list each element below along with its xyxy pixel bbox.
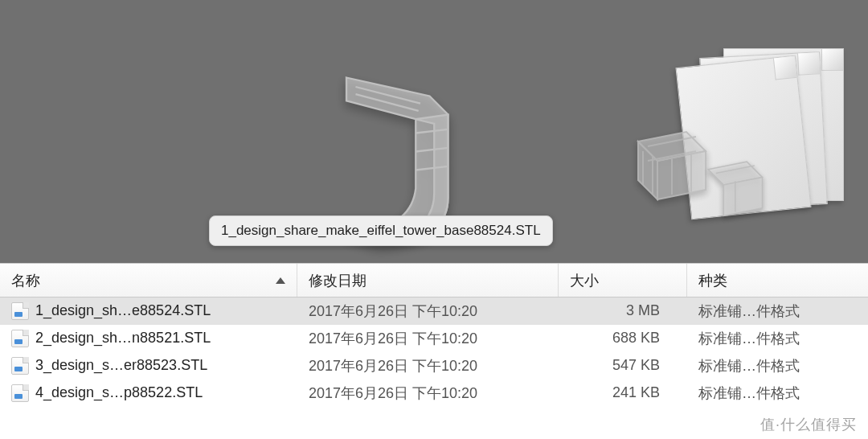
file-name-text: 2_design_sh…n88521.STL — [35, 330, 211, 347]
column-header-kind-label: 种类 — [698, 271, 727, 290]
cell-date: 2017年6月26日 下午10:20 — [297, 302, 559, 321]
cell-kind: 标准铺…件格式 — [687, 356, 868, 375]
column-header-name-label: 名称 — [11, 271, 40, 290]
file-name-text: 4_design_s…p88522.STL — [35, 384, 203, 401]
stl-file-icon — [11, 384, 29, 402]
stl-file-icon — [11, 330, 29, 347]
model-stack — [659, 40, 852, 233]
cell-name: 1_design_sh…e88524.STL — [0, 302, 297, 320]
column-header-date[interactable]: 修改日期 — [297, 264, 559, 297]
table-row[interactable]: 1_design_sh…e88524.STL2017年6月26日 下午10:20… — [0, 297, 868, 325]
sort-ascending-icon — [276, 277, 285, 284]
file-name-text: 3_design_s…er88523.STL — [35, 357, 207, 374]
cell-date: 2017年6月26日 下午10:20 — [297, 356, 559, 375]
cell-name: 3_design_s…er88523.STL — [0, 357, 297, 375]
file-rows-container: 1_design_sh…e88524.STL2017年6月26日 下午10:20… — [0, 297, 868, 407]
cell-date: 2017年6月26日 下午10:20 — [297, 384, 559, 403]
column-header-size-label: 大小 — [570, 271, 599, 290]
cell-kind: 标准铺…件格式 — [687, 384, 868, 403]
stl-file-icon — [11, 302, 29, 320]
column-header-size[interactable]: 大小 — [559, 264, 687, 297]
column-header-date-label: 修改日期 — [309, 271, 366, 290]
preview-pane[interactable]: 1_design_share_make_eiffel_tower_base885… — [0, 0, 868, 263]
stacked-file-icon — [675, 55, 811, 220]
cell-name: 4_design_s…p88522.STL — [0, 384, 297, 402]
file-list-pane: 名称 修改日期 大小 种类 1_design_sh…e88524.STL2017… — [0, 263, 868, 439]
file-name-text: 1_design_sh…e88524.STL — [35, 302, 211, 319]
stl-file-icon — [11, 357, 29, 375]
cell-kind: 标准铺…件格式 — [687, 302, 868, 321]
cell-size: 241 KB — [559, 384, 687, 401]
cell-date: 2017年6月26日 下午10:20 — [297, 329, 559, 348]
cell-size: 547 KB — [559, 357, 687, 374]
watermark-text: 值·什么值得买 — [760, 415, 857, 434]
column-header-kind[interactable]: 种类 — [687, 264, 868, 297]
table-row[interactable]: 2_design_sh…n88521.STL2017年6月26日 下午10:20… — [0, 325, 868, 352]
table-row[interactable]: 4_design_s…p88522.STL2017年6月26日 下午10:202… — [0, 380, 868, 407]
filename-tooltip: 1_design_share_make_eiffel_tower_base885… — [209, 215, 553, 246]
table-row[interactable]: 3_design_s…er88523.STL2017年6月26日 下午10:20… — [0, 352, 868, 380]
column-header-name[interactable]: 名称 — [0, 264, 297, 297]
cell-kind: 标准铺…件格式 — [687, 329, 868, 348]
cell-name: 2_design_sh…n88521.STL — [0, 330, 297, 347]
cell-size: 3 MB — [559, 302, 687, 319]
cell-size: 688 KB — [559, 330, 687, 347]
tooltip-text: 1_design_share_make_eiffel_tower_base885… — [221, 223, 541, 238]
column-header-row: 名称 修改日期 大小 种类 — [0, 264, 868, 297]
